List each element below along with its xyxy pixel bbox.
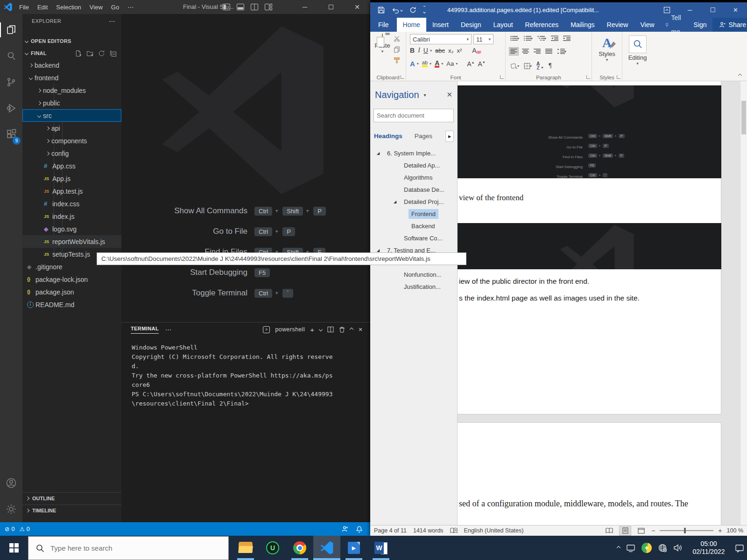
start-button[interactable]: [0, 536, 28, 560]
ribbon-tab[interactable]: Review: [601, 18, 634, 32]
bullets-button[interactable]: ▾: [509, 35, 520, 42]
print-layout-icon[interactable]: [620, 526, 631, 535]
font-size-select[interactable]: 11▾: [473, 34, 493, 44]
customize-qat-icon[interactable]: [423, 6, 425, 14]
menu-item[interactable]: View: [85, 4, 107, 11]
tree-item[interactable]: src: [22, 109, 121, 122]
tree-item[interactable]: api: [22, 122, 121, 134]
customize-layout-icon[interactable]: [265, 4, 272, 10]
ribbon-tab[interactable]: Home: [397, 18, 426, 32]
ribbon-tab[interactable]: File: [370, 18, 397, 32]
collapse-ribbon-icon[interactable]: [738, 74, 742, 77]
run-debug-icon[interactable]: [0, 95, 22, 121]
tree-item[interactable]: public: [22, 97, 121, 109]
show-formatting-button[interactable]: ¶: [548, 61, 552, 70]
font-name-select[interactable]: Calibri▾: [410, 34, 472, 44]
collapse-folders-icon[interactable]: [110, 50, 117, 57]
shrink-font-button[interactable]: A▼: [478, 60, 485, 68]
nav-heading-item[interactable]: Algorithms: [370, 171, 457, 183]
borders-button[interactable]: ▾: [523, 62, 533, 70]
nav-heading-item[interactable]: Frontend: [370, 208, 457, 220]
tree-item[interactable]: App.css: [22, 160, 121, 172]
document-scrollbar[interactable]: [740, 81, 747, 525]
settings-gear-icon[interactable]: [0, 496, 22, 522]
copy-icon[interactable]: [394, 46, 400, 53]
kill-terminal-icon[interactable]: [339, 326, 345, 333]
nav-heading-item[interactable]: Justification...: [370, 280, 457, 293]
web-layout-icon[interactable]: [635, 526, 647, 535]
ribbon-tab[interactable]: Mailings: [564, 18, 600, 32]
maximize-button[interactable]: ☐: [318, 0, 344, 14]
nav-tab[interactable]: Pages: [415, 133, 432, 140]
document-canvas[interactable]: Show All Commands CtrlShiftP Go to File …: [458, 81, 747, 525]
tell-me-box[interactable]: Tell me: [661, 18, 688, 32]
action-center-icon[interactable]: [735, 544, 744, 553]
nav-search-input[interactable]: [377, 112, 459, 119]
security-tray-icon[interactable]: [641, 543, 652, 553]
clear-formatting-button[interactable]: A: [472, 47, 476, 54]
timeline-section[interactable]: TIMELINE: [22, 504, 121, 516]
cast-display-icon[interactable]: [626, 544, 635, 552]
nav-tab[interactable]: Headings: [374, 133, 402, 140]
bold-button[interactable]: B: [410, 47, 415, 54]
nav-heading-item[interactable]: Backend: [370, 220, 457, 232]
numbering-button[interactable]: ▾: [523, 35, 534, 42]
nav-heading-item[interactable]: Detailed Proj...: [370, 196, 457, 208]
explorer-icon[interactable]: [0, 17, 22, 43]
network-globe-icon[interactable]: [658, 543, 667, 553]
refresh-icon[interactable]: [98, 50, 105, 57]
taskbar-app-button[interactable]: [232, 536, 259, 560]
font-dialog-launcher-icon[interactable]: [500, 75, 504, 79]
nav-more-tabs-button[interactable]: ▶: [445, 131, 454, 142]
zoom-slider[interactable]: [660, 530, 713, 531]
clipboard-dialog-launcher-icon[interactable]: [401, 75, 404, 79]
multilevel-list-button[interactable]: ▾: [536, 35, 547, 42]
read-mode-icon[interactable]: [604, 526, 615, 535]
account-icon[interactable]: [0, 470, 22, 496]
styles-button[interactable]: A Styles ▾: [592, 35, 622, 62]
share-button[interactable]: Share: [712, 18, 747, 32]
open-editors-section[interactable]: OPEN EDITORS: [22, 35, 121, 47]
zoom-slider-thumb[interactable]: [684, 528, 686, 533]
nav-close-icon[interactable]: ✕: [446, 91, 452, 99]
sort-button[interactable]: AZ: [536, 61, 545, 71]
tree-item[interactable]: App.js: [22, 172, 121, 185]
align-left-button[interactable]: [509, 48, 518, 55]
zoom-in-button[interactable]: +: [718, 527, 722, 534]
tree-item[interactable]: index.js: [22, 210, 121, 223]
tree-item[interactable]: reportWebVitals.js: [22, 235, 121, 248]
tree-item[interactable]: README.md: [22, 298, 121, 311]
ribbon-tab[interactable]: Design: [455, 18, 487, 32]
subscript-button[interactable]: x₂: [448, 47, 454, 54]
source-control-icon[interactable]: [0, 69, 22, 95]
font-color-button[interactable]: A: [435, 60, 439, 68]
tree-item[interactable]: config: [22, 147, 121, 160]
proofing-icon[interactable]: [450, 527, 458, 534]
paragraph-dialog-launcher-icon[interactable]: [586, 75, 590, 79]
undo-button[interactable]: [392, 7, 402, 14]
problems-indicator[interactable]: ⊘0 ⚠0: [5, 525, 30, 532]
increase-indent-button[interactable]: [562, 35, 571, 42]
scrollbar-thumb[interactable]: [741, 101, 746, 134]
tree-item[interactable]: package-lock.json: [22, 273, 121, 286]
italic-button[interactable]: I: [418, 47, 420, 54]
superscript-button[interactable]: x²: [457, 47, 462, 54]
clock[interactable]: 05:00 02/11/2022: [689, 540, 729, 556]
ribbon-tab[interactable]: View: [634, 18, 660, 32]
paste-button[interactable]: Paste ▾: [372, 34, 393, 54]
grow-font-button[interactable]: A▲: [467, 60, 474, 68]
word-maximize-button[interactable]: ☐: [701, 7, 724, 14]
feedback-icon[interactable]: [341, 525, 348, 533]
nav-heading-item[interactable]: 6. System Imple...: [370, 147, 457, 159]
word-close-button[interactable]: ✕: [724, 7, 747, 14]
line-spacing-button[interactable]: ▾: [556, 48, 567, 55]
toggle-sidebar-icon[interactable]: [223, 4, 230, 10]
sign-in-button[interactable]: Sign in: [688, 18, 712, 32]
editing-button[interactable]: Editing ▾: [622, 35, 653, 66]
new-terminal-icon[interactable]: +: [310, 326, 314, 334]
tree-item[interactable]: package.json: [22, 286, 121, 298]
strikethrough-button[interactable]: abc: [435, 47, 445, 54]
close-panel-icon[interactable]: ✕: [358, 327, 363, 333]
tree-item[interactable]: backend: [22, 59, 121, 71]
menu-item[interactable]: Selection: [52, 4, 85, 11]
